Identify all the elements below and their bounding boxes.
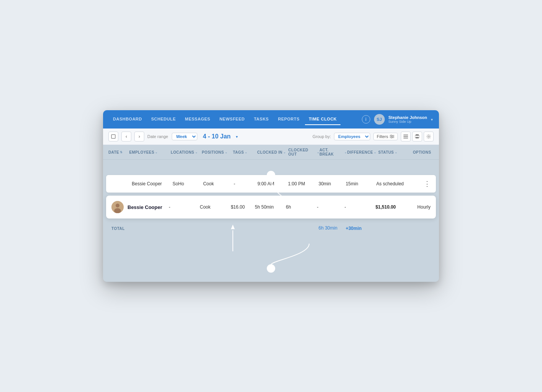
- app-window: DASHBOARD SCHEDULE MESSAGES NEWSFEED TAS…: [103, 110, 439, 282]
- user-name: Stephanie Johnson: [389, 115, 427, 120]
- main-content: Bessie Cooper SoHo Cook - 9:00 AM 1:00 P…: [103, 160, 439, 282]
- summary-wage: $16.00: [231, 204, 255, 210]
- settings-button[interactable]: [424, 132, 434, 141]
- timeclock-row[interactable]: Bessie Cooper SoHo Cook - 9:00 AM 1:00 P…: [106, 175, 436, 193]
- row-tags: -: [234, 181, 257, 186]
- date-display: 4 - 10 Jan: [203, 133, 231, 140]
- svg-point-13: [428, 136, 429, 137]
- date-range-label: Date range: [147, 134, 168, 139]
- row-difference: 15min: [346, 181, 376, 186]
- svg-point-6: [391, 137, 392, 138]
- summary-pay-type: Hourly: [410, 204, 431, 210]
- summary-hours-worked: 5h 50min: [255, 204, 286, 210]
- svg-rect-12: [416, 137, 419, 138]
- col-header-act-break[interactable]: ACT. BREAK ⌄: [319, 148, 347, 156]
- svg-point-4: [391, 135, 392, 136]
- user-role: Sunny Side Up: [389, 120, 427, 124]
- group-by-label: Group by:: [313, 134, 331, 139]
- summary-scheduled-hours: 6h: [286, 204, 317, 210]
- svg-rect-8: [403, 136, 408, 137]
- sort-icon-locations: ⌄: [195, 151, 198, 154]
- row-act-break: 30min: [319, 181, 346, 186]
- nav-items: DASHBOARD SCHEDULE MESSAGES NEWSFEED TAS…: [109, 114, 362, 125]
- row-clocked-out: 1:00 PM: [288, 181, 318, 186]
- col-header-tags[interactable]: TAGS ⌄: [233, 150, 257, 154]
- svg-rect-0: [111, 135, 115, 138]
- nav-schedule[interactable]: SCHEDULE: [147, 114, 180, 125]
- group-by-select[interactable]: Employees Locations: [334, 133, 370, 140]
- col-header-clocked-out[interactable]: CLOCKED OUT ⌄: [288, 148, 319, 156]
- svg-rect-9: [403, 138, 408, 138]
- sort-icon-tags: ⌄: [245, 151, 247, 154]
- svg-point-5: [392, 136, 394, 137]
- row-employee: Bessie Cooper: [132, 181, 173, 186]
- sort-icon-employees: ⌄: [155, 151, 158, 154]
- sort-icon-difference: ⌄: [374, 151, 376, 154]
- prev-button[interactable]: ‹: [121, 132, 131, 141]
- info-icon[interactable]: i: [362, 115, 370, 124]
- avatar: SJ: [374, 114, 385, 125]
- summary-act-break: -: [317, 204, 344, 210]
- checkbox-toggle[interactable]: [108, 132, 118, 141]
- col-header-status[interactable]: STATUS ⌄: [378, 150, 413, 154]
- summary-total-pay: $1,510.00: [376, 204, 410, 210]
- nav-tasks[interactable]: TASKS: [250, 114, 273, 125]
- col-header-date[interactable]: DATE ⇅: [108, 150, 129, 154]
- next-button[interactable]: ›: [134, 132, 144, 141]
- list-view-button[interactable]: [401, 132, 411, 141]
- svg-point-17: [267, 265, 275, 272]
- row-location: SoHo: [173, 181, 203, 186]
- total-label: TOTAL: [111, 227, 125, 231]
- toolbar: ‹ › Date range Week Day Month 4 - 10 Jan…: [103, 129, 439, 145]
- view-icons: [401, 132, 434, 141]
- nav-newsfeed[interactable]: NEWSFEED: [216, 114, 248, 125]
- sort-icon-date: ⇅: [120, 151, 123, 154]
- svg-rect-7: [403, 135, 408, 135]
- date-chevron-icon[interactable]: ▾: [236, 135, 238, 139]
- filters-button[interactable]: Filters: [373, 133, 398, 140]
- col-header-difference[interactable]: DIFFERENCE ⌄: [347, 150, 378, 154]
- user-chevron-icon[interactable]: ▾: [431, 117, 433, 122]
- row-status: As scheduled: [376, 181, 410, 186]
- col-header-employees[interactable]: EMPLOYEES ⌄: [129, 150, 171, 154]
- table-header: DATE ⇅ EMPLOYEES ⌄ LOCATIONS ⌄ POSITIONS…: [103, 145, 439, 160]
- row-clocked-in: 9:00 AM: [257, 181, 288, 186]
- sort-icon-clocked-in: ⌄: [283, 151, 286, 154]
- col-header-clocked-in[interactable]: CLOCKED IN ⌄: [257, 150, 289, 154]
- nav-dashboard[interactable]: DASHBOARD: [109, 114, 146, 125]
- row-options[interactable]: ⋮: [410, 180, 431, 188]
- summary-position: Cook: [200, 204, 231, 210]
- nav-messages[interactable]: MESSAGES: [181, 114, 214, 125]
- employee-summary-card[interactable]: Bessie Cooper - Cook $16.00 5h 50min 6h …: [106, 196, 436, 218]
- summary-difference: -: [344, 204, 375, 210]
- filters-label: Filters: [377, 134, 388, 139]
- user-info: Stephanie Johnson Sunny Side Up: [389, 115, 427, 124]
- print-button[interactable]: [412, 132, 422, 141]
- employee-avatar: [111, 201, 124, 213]
- sort-icon-status: ⌄: [395, 151, 397, 154]
- nav-timeclock[interactable]: TIME CLOCK: [305, 114, 340, 125]
- nav-reports[interactable]: REPORTS: [274, 114, 303, 125]
- svg-point-19: [116, 204, 119, 207]
- nav-bar: DASHBOARD SCHEDULE MESSAGES NEWSFEED TAS…: [103, 110, 439, 129]
- sort-icon-positions: ⌄: [225, 151, 227, 154]
- nav-right: i SJ Stephanie Johnson Sunny Side Up ▾: [362, 114, 433, 125]
- date-range-select[interactable]: Week Day Month: [172, 133, 197, 140]
- sort-icon-clocked-out: ⌄: [317, 151, 319, 154]
- summary-location: -: [169, 204, 200, 210]
- options-icon[interactable]: ⋮: [424, 180, 431, 188]
- total-difference: +30min: [346, 225, 376, 231]
- col-header-options: OPTIONS: [413, 150, 434, 154]
- row-position: Cook: [203, 181, 234, 186]
- col-header-positions[interactable]: POSITIONS ⌄: [202, 150, 233, 154]
- total-row: TOTAL 6h 30min +30min: [103, 222, 439, 235]
- sort-icon-act-break: ⌄: [344, 151, 347, 154]
- total-act-break: 6h 30min: [319, 225, 346, 231]
- col-header-locations[interactable]: LOCATIONS ⌄: [171, 150, 202, 154]
- summary-employee-name: Bessie Cooper: [127, 204, 169, 210]
